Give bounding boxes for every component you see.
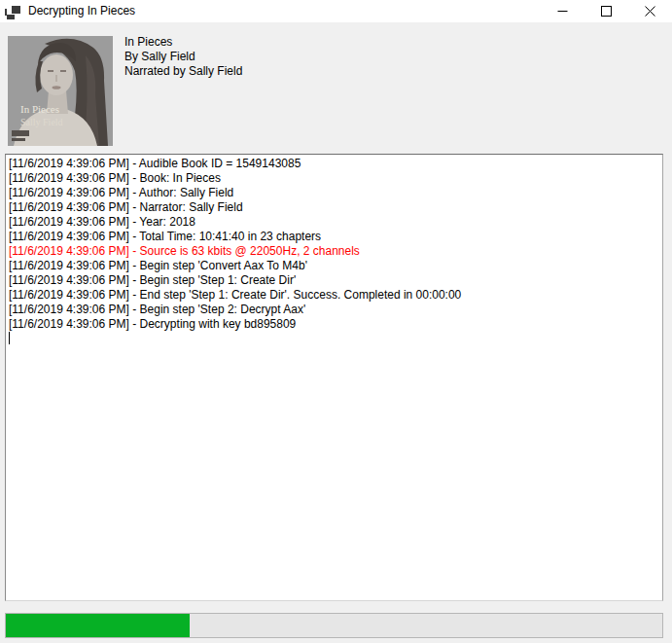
maximize-button[interactable] (584, 0, 628, 22)
log-line: [11/6/2019 4:39:06 PM] - Decrypting with… (9, 317, 658, 332)
book-info: In Pieces By Sally Field Narrated by Sal… (124, 35, 242, 79)
title-bar[interactable]: Decrypting In Pieces (0, 0, 672, 22)
book-narrator: Narrated by Sally Field (124, 64, 242, 79)
log-line: [11/6/2019 4:39:06 PM] - Author: Sally F… (9, 186, 658, 200)
log-line: [11/6/2019 4:39:06 PM] - Total Time: 10:… (9, 230, 658, 244)
window-title: Decrypting In Pieces (28, 0, 135, 22)
log-line: [11/6/2019 4:39:06 PM] - Begin step 'Con… (9, 259, 658, 273)
log-line: [11/6/2019 4:39:06 PM] - Source is 63 kb… (9, 244, 658, 259)
log-line: [11/6/2019 4:39:06 PM] - Begin step 'Ste… (9, 303, 658, 317)
book-author: By Sally Field (124, 50, 242, 64)
log-textbox[interactable]: [11/6/2019 4:39:06 PM] - Audible Book ID… (5, 154, 663, 601)
maximize-icon (601, 6, 612, 17)
window-controls (541, 0, 672, 22)
book-title: In Pieces (124, 35, 242, 50)
minimize-icon (557, 6, 568, 17)
progress-bar-fill (6, 614, 190, 637)
book-cover-art: In Pieces Sally Field (8, 36, 113, 146)
log-line: [11/6/2019 4:39:06 PM] - Year: 2018 (9, 215, 658, 230)
cover-author-text: Sally Field (20, 117, 63, 127)
book-cover-image: In Pieces Sally Field (8, 36, 113, 146)
minimize-button[interactable] (541, 0, 584, 22)
text-caret (9, 332, 10, 344)
progress-bar (5, 613, 663, 638)
close-icon (645, 6, 655, 17)
close-button[interactable] (628, 0, 672, 22)
log-line: [11/6/2019 4:39:06 PM] - Audible Book ID… (9, 157, 658, 171)
app-window-icon (5, 4, 20, 19)
cover-title-text: In Pieces (20, 103, 59, 115)
log-line: [11/6/2019 4:39:06 PM] - End step 'Step … (9, 288, 658, 303)
log-line: [11/6/2019 4:39:06 PM] - Book: In Pieces (9, 171, 658, 186)
log-caret-line (9, 332, 658, 346)
log-line: [11/6/2019 4:39:06 PM] - Begin step 'Ste… (9, 273, 658, 288)
log-line: [11/6/2019 4:39:06 PM] - Narrator: Sally… (9, 200, 658, 215)
